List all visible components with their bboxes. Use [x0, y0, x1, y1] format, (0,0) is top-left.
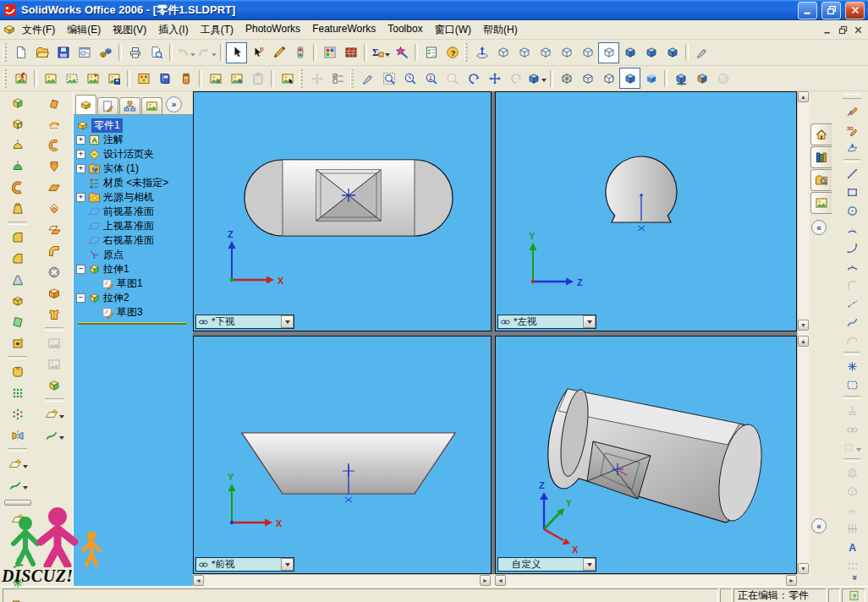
chamfer-button[interactable]: [6, 249, 30, 269]
scroll-up-button[interactable]: ▲: [798, 336, 809, 347]
swept-surface-button[interactable]: [42, 135, 66, 156]
planar-surface-button[interactable]: [42, 178, 66, 198]
scroll-right-button[interactable]: ►: [480, 575, 491, 586]
scene-editor-button[interactable]: [133, 68, 154, 89]
replace-face-button[interactable]: [42, 375, 66, 396]
zoom-in-out-button[interactable]: [420, 68, 442, 89]
coordinate-system-button[interactable]: [6, 551, 30, 572]
modify-sketch-button[interactable]: [840, 139, 864, 157]
extruded-boss-button[interactable]: [6, 93, 30, 113]
tree-item-extrude2[interactable]: −拉伸2: [76, 291, 193, 305]
file-explorer-tab[interactable]: [810, 169, 832, 191]
section-view-button[interactable]: [691, 68, 712, 89]
combo-dropdown-button[interactable]: [583, 558, 596, 571]
configurationmanager-tab[interactable]: [119, 97, 140, 114]
reference-point-button[interactable]: [6, 572, 30, 593]
trim-surface-button[interactable]: [42, 354, 66, 375]
tree-item-front-plane[interactable]: 前视基准面: [76, 205, 193, 219]
hidden-lines-visible-button[interactable]: [577, 68, 598, 89]
print-preview-button[interactable]: [146, 42, 167, 63]
3-point-arc-button[interactable]: [840, 257, 864, 276]
tree-item-annotations[interactable]: +A注解: [76, 133, 193, 147]
viewport-front-view[interactable]: Y X *前视: [193, 336, 492, 574]
task-pane-collapse-button-2[interactable]: «: [811, 518, 827, 534]
tree-item-root[interactable]: 零件1: [76, 118, 193, 133]
scroll-down-button[interactable]: ▼: [798, 563, 809, 574]
isometric-view-button[interactable]: [619, 42, 640, 63]
trimetric-view-button[interactable]: [640, 42, 662, 63]
dimetric-view-button[interactable]: [662, 42, 683, 63]
menu-window[interactable]: 窗口(W): [429, 21, 477, 39]
thicken-button[interactable]: [42, 304, 66, 325]
tree-expander[interactable]: −: [76, 265, 85, 274]
photoworks-render-button[interactable]: [10, 68, 31, 89]
texture-editor-button[interactable]: [175, 68, 196, 89]
animation-options-button[interactable]: [327, 68, 349, 89]
shaded-button[interactable]: [640, 68, 662, 89]
lofted-boss-button[interactable]: [6, 199, 30, 219]
make-drawing-from-part-button[interactable]: [74, 42, 95, 63]
partial-ellipse-button[interactable]: [840, 331, 864, 350]
selection-box-button[interactable]: [840, 375, 864, 394]
tree-item-right-plane[interactable]: 右视基准面: [76, 233, 193, 248]
menu-insert[interactable]: 插入(I): [152, 21, 194, 39]
tree-expander[interactable]: +: [76, 150, 85, 159]
line-button[interactable]: [840, 164, 864, 183]
redo-button[interactable]: [196, 42, 217, 63]
mid-surface-button[interactable]: [42, 220, 66, 240]
quick-tips-panel[interactable]: ?: [842, 588, 865, 602]
render-selection-button[interactable]: [61, 68, 82, 89]
view-orientation-combo[interactable]: *下视: [195, 315, 294, 329]
tree-item-sketch1[interactable]: 草图1: [76, 276, 193, 291]
zoom-to-fit-button[interactable]: [378, 68, 399, 89]
top-view-button[interactable]: [577, 42, 598, 63]
undo-button[interactable]: [175, 42, 196, 63]
make-assembly-from-part-button[interactable]: [95, 42, 116, 63]
view-orientation-combo[interactable]: *左视: [497, 315, 596, 329]
sketch-fillet-button[interactable]: [840, 276, 864, 294]
select-other-button[interactable]: [247, 42, 268, 63]
toolbar-grip[interactable]: [464, 43, 468, 62]
tree-item-top-plane[interactable]: 上视基准面: [76, 219, 193, 233]
save-button[interactable]: [52, 42, 74, 63]
paste-render-settings-button[interactable]: [247, 68, 268, 89]
duplicate-render-button[interactable]: [226, 68, 247, 89]
linear-pattern-button[interactable]: [6, 383, 30, 403]
circular-pattern-button[interactable]: [6, 404, 30, 424]
menu-tools[interactable]: 工具(T): [195, 21, 239, 39]
close-button[interactable]: [845, 2, 865, 19]
rectangle-button[interactable]: [840, 183, 864, 201]
combo-dropdown-button[interactable]: [583, 315, 596, 328]
viewport-left-view[interactable]: Y Z *左视: [495, 91, 797, 331]
fillet-button[interactable]: [6, 227, 30, 248]
sketch-toolbar-more-button[interactable]: »: [850, 575, 860, 580]
check-sketch-button[interactable]: [840, 463, 864, 482]
render-last-button[interactable]: [82, 68, 103, 89]
featuremanager-tab[interactable]: [75, 95, 96, 114]
open-document-button[interactable]: [31, 42, 52, 63]
normal-to-button[interactable]: [471, 42, 492, 63]
sketch-button[interactable]: [840, 101, 864, 120]
tree-item-origin[interactable]: 原点: [76, 248, 193, 262]
tangent-arc-button[interactable]: [840, 238, 864, 257]
scroll-up-button[interactable]: ▲: [798, 91, 809, 102]
view-orientation-combo[interactable]: *前视: [195, 557, 294, 572]
tree-tabs-overflow-button[interactable]: »: [166, 96, 182, 112]
tree-expander[interactable]: +: [76, 193, 85, 202]
surface-curves-button[interactable]: [42, 425, 66, 446]
menu-help[interactable]: 帮助(H): [477, 21, 524, 39]
toolbar-drag-handle[interactable]: [4, 500, 31, 506]
offset-surface-button[interactable]: [42, 199, 66, 219]
shadows-in-shaded-mode-button[interactable]: [670, 68, 691, 89]
child-close-button[interactable]: [851, 24, 865, 36]
rotate-view-button[interactable]: [463, 68, 484, 89]
surface-reference-geometry-button[interactable]: [42, 404, 66, 424]
rebuild-button[interactable]: [289, 42, 310, 63]
shell-button[interactable]: [6, 291, 30, 311]
bottom-view-button[interactable]: [598, 42, 619, 63]
toolbar-grip[interactable]: [3, 69, 7, 88]
lofted-surface-button[interactable]: [42, 156, 66, 177]
toolbar-grip[interactable]: [299, 69, 303, 88]
render-area-button[interactable]: [40, 68, 61, 89]
minimize-button[interactable]: [798, 2, 817, 19]
